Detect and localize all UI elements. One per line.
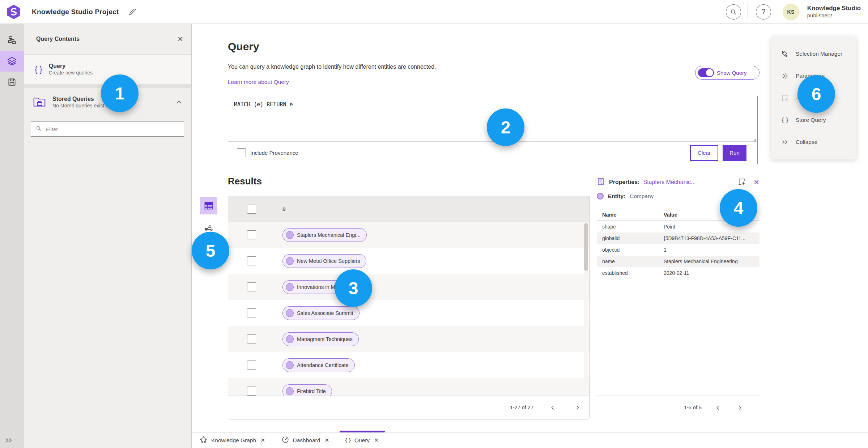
- close-icon[interactable]: ✕: [753, 179, 760, 186]
- scrollbar-track[interactable]: [584, 223, 588, 394]
- chevron-right-icon[interactable]: [734, 402, 745, 413]
- stored-queries-label: Stored Queries: [52, 95, 104, 103]
- close-icon[interactable]: ✕: [260, 437, 265, 444]
- results-page-count: 1-27 of 27: [510, 405, 533, 410]
- tab-label: Knowledge Graph: [211, 437, 256, 444]
- chevron-left-icon[interactable]: [547, 402, 558, 413]
- row-checkbox[interactable]: [247, 360, 256, 370]
- row-checkbox[interactable]: [247, 230, 256, 239]
- annotation-badge-6: 6: [797, 75, 835, 113]
- entity-pill[interactable]: Staplers Mechanical Engi...: [282, 228, 367, 242]
- entity-pill[interactable]: Firebird Title: [282, 384, 332, 397]
- tab-label: Dashboard: [293, 437, 320, 444]
- edit-title-pencil-icon[interactable]: [128, 8, 137, 16]
- help-icon[interactable]: ?: [756, 4, 771, 20]
- entity-icon: [286, 283, 294, 291]
- entity-label: Entity:: [608, 193, 625, 200]
- select-all-checkbox[interactable]: [247, 205, 256, 214]
- user-name: Knowledge Studio: [807, 5, 861, 12]
- chevron-left-icon[interactable]: [712, 402, 723, 413]
- properties-footer-divider: [597, 396, 760, 396]
- folder-icon: [33, 96, 46, 109]
- table-row[interactable]: established2020-02-11: [597, 267, 760, 279]
- entity-pill[interactable]: Sales Associate Summit: [282, 306, 359, 320]
- search-icon: [35, 125, 42, 133]
- braces-icon: { }: [345, 437, 351, 444]
- project-title: Knowledge Studio Project: [32, 8, 119, 16]
- top-header-bar: Knowledge Studio Project ? KS Knowledge …: [0, 0, 868, 24]
- app-root: { "header": { "title": "Knowledge Studio…: [0, 0, 868, 448]
- close-icon[interactable]: ✕: [374, 437, 379, 444]
- topbar-divider: [748, 4, 748, 20]
- entity-icon: [597, 193, 604, 200]
- active-tab-indicator: [340, 431, 385, 432]
- close-icon[interactable]: ✕: [177, 35, 183, 43]
- table-row[interactable]: globalid{5D9B4713-F98D-4A53-A59F-C11...: [597, 232, 760, 244]
- properties-page-count: 1-5 of 5: [684, 405, 702, 410]
- row-checkbox[interactable]: [247, 282, 256, 291]
- menu-item-label: Selection Manager: [796, 51, 842, 57]
- entity-pill[interactable]: Attendance Certificate: [282, 358, 355, 372]
- gauge-icon: [281, 436, 289, 445]
- clear-button[interactable]: Clear: [690, 145, 718, 161]
- entity-icon: [286, 309, 294, 317]
- toggle-on-icon: [698, 68, 714, 77]
- run-button[interactable]: Run: [723, 145, 746, 161]
- search-icon[interactable]: [726, 4, 741, 20]
- hierarchy-icon[interactable]: [0, 30, 24, 51]
- menu-item-label: Collapse: [796, 139, 817, 145]
- entity-pill[interactable]: Managment Techniques: [282, 332, 359, 346]
- selection-tag-icon: [781, 50, 790, 58]
- chevron-up-icon[interactable]: [176, 99, 182, 106]
- show-query-toggle[interactable]: Show Query: [695, 66, 760, 80]
- add-to-selection-icon[interactable]: [738, 178, 746, 187]
- collapse-button[interactable]: Collapse: [771, 131, 856, 153]
- table-row[interactable]: objectid1: [597, 244, 760, 256]
- row-checkbox[interactable]: [247, 334, 256, 344]
- chevron-right-icon[interactable]: [572, 402, 583, 413]
- column-header-e: e: [275, 196, 589, 222]
- user-avatar[interactable]: KS: [783, 4, 799, 20]
- stored-queries-sublabel: No stored queries exist: [52, 103, 104, 109]
- properties-entity-link[interactable]: Staplers Mechanic...: [643, 179, 695, 185]
- results-pagination: 1-27 of 27: [228, 396, 589, 419]
- properties-header: Properties: Staplers Mechanic... ✕: [597, 177, 760, 187]
- user-info[interactable]: Knowledge Studio publisher2: [807, 5, 863, 18]
- scrollbar-thumb[interactable]: [584, 223, 588, 271]
- query-item-sublabel: Create new queries: [49, 70, 93, 76]
- table-row: Managment Techniques: [228, 326, 589, 352]
- square-plus-icon: [781, 94, 790, 102]
- app-logo-icon[interactable]: [6, 4, 22, 20]
- tab-query[interactable]: { } Query ✕: [342, 432, 383, 448]
- annotation-badge-4: 4: [720, 189, 757, 227]
- row-checkbox[interactable]: [247, 256, 256, 265]
- filter-input[interactable]: [46, 126, 179, 132]
- row-checkbox[interactable]: [247, 308, 256, 317]
- table-view-icon[interactable]: [200, 197, 217, 214]
- panel-title: Query Contents: [36, 36, 80, 42]
- tab-knowledge-graph[interactable]: Knowledge Graph ✕: [196, 432, 269, 448]
- filter-input-wrap: [31, 121, 184, 137]
- entity-icon: [286, 257, 294, 265]
- entity-icon: [286, 361, 294, 369]
- editor-footer: Include Provenance Clear Run: [228, 141, 757, 164]
- include-provenance-label: Include Provenance: [250, 150, 298, 156]
- close-icon[interactable]: ✕: [324, 437, 329, 444]
- query-item-label: Query: [49, 63, 93, 70]
- entity-icon: [286, 231, 294, 239]
- tab-label: Query: [354, 437, 370, 444]
- save-icon[interactable]: [0, 72, 24, 93]
- left-icon-strip: [0, 24, 24, 448]
- include-provenance-checkbox[interactable]: [237, 148, 246, 157]
- annotation-badge-5: 5: [192, 232, 229, 269]
- tab-dashboard[interactable]: Dashboard ✕: [278, 432, 333, 448]
- table-row[interactable]: nameStaplers Mechanical Engineering: [597, 256, 760, 267]
- row-checkbox[interactable]: [247, 387, 256, 396]
- network-graph-icon: [200, 436, 208, 445]
- help-glyph: ?: [761, 8, 765, 16]
- selection-manager-button[interactable]: Selection Manager: [771, 43, 856, 65]
- layers-icon[interactable]: [0, 51, 24, 72]
- learn-more-link[interactable]: Learn more about Query: [228, 79, 289, 85]
- entity-pill[interactable]: New Metal Office Suppliers: [282, 254, 366, 268]
- expand-panel-icon[interactable]: [0, 437, 24, 444]
